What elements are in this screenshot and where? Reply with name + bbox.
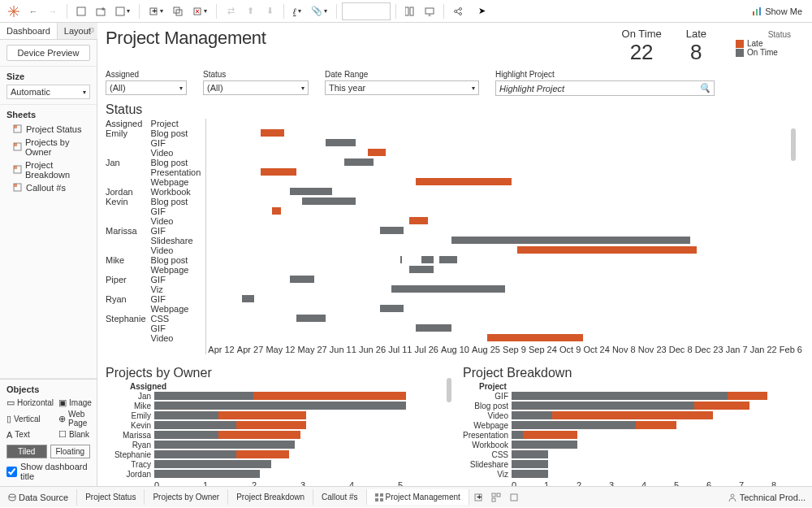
bar-segment[interactable] <box>694 402 749 410</box>
pbo-scrollbar[interactable] <box>447 378 451 402</box>
new-story-icon[interactable] <box>505 493 523 502</box>
gantt-bar[interactable] <box>400 256 401 263</box>
gantt-bar[interactable] <box>380 305 404 312</box>
legend-item[interactable]: Late <box>736 39 791 48</box>
bar-row[interactable]: Jan <box>106 391 447 401</box>
bar-segment[interactable] <box>154 441 295 449</box>
filter-dateRange[interactable]: This year▾ <box>325 80 479 95</box>
bar-row[interactable]: Workbook <box>463 440 804 449</box>
project-breakdown-chart[interactable]: Project Breakdown Project GIFBlog postVi… <box>463 359 804 486</box>
footer-tab[interactable]: Callout #s <box>313 489 366 505</box>
gantt-bar[interactable] <box>242 295 254 302</box>
gantt-bar[interactable] <box>439 256 457 263</box>
projects-by-owner-chart[interactable]: Projects by Owner Assigned JanMikeEmilyK… <box>106 359 447 486</box>
tab-layout[interactable]: Layout0 <box>58 23 97 39</box>
bar-segment[interactable] <box>512 411 552 419</box>
tab-dashboard[interactable]: Dashboard <box>0 23 58 39</box>
user-label[interactable]: Technical Prod... <box>722 493 812 502</box>
bar-row[interactable]: CSS <box>463 449 804 459</box>
presentation-icon[interactable] <box>421 2 438 20</box>
clear-dropdown[interactable]: ▾ <box>188 2 211 20</box>
device-preview-button[interactable]: Device Preview <box>6 45 90 61</box>
filter-status[interactable]: (All)▾ <box>203 80 309 95</box>
bar-row[interactable]: Blog post <box>463 401 804 410</box>
bar-segment[interactable] <box>154 431 218 439</box>
filter-assigned[interactable]: (All)▾ <box>106 80 187 95</box>
footer-tab[interactable]: Project Breakdown <box>228 489 313 505</box>
bar-segment[interactable] <box>218 431 300 439</box>
bar-segment[interactable] <box>512 470 548 478</box>
bar-row[interactable]: Webpage <box>463 420 804 430</box>
new-data-icon[interactable] <box>92 2 110 20</box>
fit-dropdown[interactable] <box>342 2 391 20</box>
bar-segment[interactable] <box>253 392 405 400</box>
bar-segment[interactable] <box>512 441 577 449</box>
bar-segment[interactable] <box>236 421 306 429</box>
gantt-bar[interactable] <box>451 237 690 244</box>
gantt-bar[interactable] <box>517 246 697 254</box>
object-vertical[interactable]: ▯Vertical <box>6 410 54 428</box>
bar-row[interactable]: Jordan <box>106 469 447 479</box>
sheet-item[interactable]: Projects by Owner <box>6 136 90 158</box>
gantt-bar[interactable] <box>290 276 313 283</box>
bar-segment[interactable] <box>552 411 713 419</box>
new-dashboard-icon[interactable] <box>487 493 505 502</box>
bar-row[interactable]: GIF <box>463 391 804 401</box>
object-text[interactable]: AText <box>6 429 54 440</box>
footer-tab[interactable]: Projects by Owner <box>145 489 228 505</box>
object-blank[interactable]: ☐Blank <box>58 429 92 440</box>
add-sheet-dropdown[interactable]: +▾ <box>145 2 167 20</box>
sheet-item[interactable]: Project Status <box>6 123 90 136</box>
bar-segment[interactable] <box>154 421 236 429</box>
gantt-bar[interactable] <box>272 207 281 215</box>
bar-segment[interactable] <box>154 470 260 478</box>
bar-row[interactable]: Marissa <box>106 430 447 440</box>
new-sheet-dropdown[interactable]: ▾ <box>111 2 134 20</box>
bar-row[interactable]: Stephanie <box>106 449 447 459</box>
tiled-button[interactable]: Tiled <box>6 445 47 458</box>
gantt-bar[interactable] <box>261 168 296 176</box>
bar-row[interactable]: Slideshare <box>463 459 804 469</box>
bar-row[interactable]: Mike <box>106 401 447 410</box>
bar-row[interactable]: Emily <box>106 410 447 420</box>
data-source-tab[interactable]: Data Source <box>0 489 77 506</box>
bar-segment[interactable] <box>236 450 289 458</box>
gantt-bar[interactable] <box>380 227 404 234</box>
bar-row[interactable]: Presentation <box>463 430 804 440</box>
floating-button[interactable]: Floating <box>50 445 91 458</box>
gantt-bar[interactable] <box>290 188 331 195</box>
bar-segment[interactable] <box>512 421 636 429</box>
highlight-search[interactable]: Highlight Project🔍 <box>495 80 715 96</box>
bar-segment[interactable] <box>512 392 728 400</box>
gantt-bar[interactable] <box>487 334 583 341</box>
size-select[interactable]: Automatic▾ <box>6 85 90 99</box>
show-title-checkbox[interactable]: Show dashboard title <box>6 462 90 481</box>
gantt-bar[interactable] <box>302 198 356 205</box>
gantt-bar[interactable] <box>391 285 505 293</box>
swap-icon[interactable]: ⇄ <box>222 2 240 20</box>
footer-tab[interactable]: Project Status <box>77 489 145 505</box>
show-me-button[interactable]: Show Me <box>747 7 807 16</box>
gantt-bar[interactable] <box>421 256 434 263</box>
gantt-bar[interactable] <box>326 139 356 146</box>
bar-segment[interactable] <box>636 421 676 429</box>
new-worksheet-icon[interactable]: + <box>469 493 487 502</box>
save-icon[interactable] <box>72 2 90 20</box>
bar-segment[interactable] <box>154 402 406 410</box>
object-image[interactable]: ▣Image <box>58 397 92 408</box>
gantt-bar[interactable] <box>416 324 451 332</box>
gantt-chart[interactable]: AssignedEmilyJanJordanKevinMarissaMikePi… <box>106 119 804 354</box>
gantt-bar[interactable] <box>409 217 427 224</box>
sort-asc-icon[interactable]: ⬆ <box>241 2 259 20</box>
footer-tab[interactable]: Project Management <box>367 489 469 505</box>
bar-segment[interactable] <box>154 411 218 419</box>
gantt-bar[interactable] <box>368 149 386 156</box>
bar-segment[interactable] <box>154 460 271 468</box>
bar-segment[interactable] <box>512 450 548 458</box>
gantt-bar[interactable] <box>344 158 374 166</box>
legend-item[interactable]: On Time <box>736 48 791 57</box>
back-icon[interactable]: ← <box>24 2 42 20</box>
bar-row[interactable]: Viz <box>463 469 804 479</box>
bar-segment[interactable] <box>154 450 236 458</box>
gantt-bar[interactable] <box>296 315 326 322</box>
